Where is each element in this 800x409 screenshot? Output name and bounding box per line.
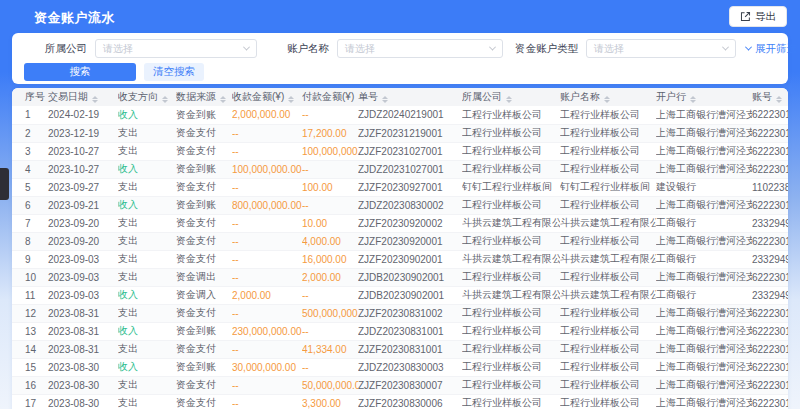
cell-receive: 2,000.00 <box>232 286 302 304</box>
cell-receive: -- <box>232 304 302 322</box>
cell-source: 资金支付 <box>176 394 232 409</box>
cell-bank: 上海工商银行漕河泾支行 <box>656 232 752 250</box>
column-header-receive[interactable]: 收款金额(¥) <box>232 88 302 106</box>
chevron-down-icon <box>489 44 496 51</box>
cell-index: 6 <box>12 196 48 214</box>
column-header-direction[interactable]: 收支方向 <box>118 88 176 106</box>
flow-table-card: 序号交易日期收支方向数据来源收款金额(¥)付款金额(¥)单号所属公司账户名称开户… <box>12 88 788 409</box>
clear-search-button[interactable]: 清空搜索 <box>144 63 204 81</box>
cell-pay: -- <box>302 358 358 376</box>
sort-icon <box>382 96 388 103</box>
side-panel-handle[interactable] <box>0 168 9 200</box>
table-row[interactable]: 62023-09-21收入资金到账800,000,000.00--ZJDZ202… <box>12 196 788 214</box>
cell-bank: 上海工商银行漕河泾支行 <box>656 358 752 376</box>
column-label: 付款金额(¥) <box>302 91 354 102</box>
chevron-down-icon <box>243 44 250 51</box>
column-header-account_no[interactable]: 账号 <box>752 88 788 106</box>
cell-order_no: ZJZF20231027001 <box>358 142 462 160</box>
cell-source: 资金到账 <box>176 322 232 340</box>
cell-pay: -- <box>302 196 358 214</box>
cell-company: 斗拱云建筑工程有限公司 <box>462 214 560 232</box>
cell-source: 资金支付 <box>176 142 232 160</box>
column-header-account_name[interactable]: 账户名称 <box>560 88 656 106</box>
cell-account_name: 斗拱云建筑工程有限公司 <box>560 286 656 304</box>
column-header-bank[interactable]: 开户行 <box>656 88 752 106</box>
table-row[interactable]: 122023-08-31支出资金支付--500,000,000.00ZJZF20… <box>12 304 788 322</box>
cell-direction: 收入 <box>118 322 176 340</box>
cell-date: 2023-09-03 <box>48 250 118 268</box>
cell-order_no: ZJDZ20230830002 <box>358 196 462 214</box>
cell-receive: -- <box>232 178 302 196</box>
table-row[interactable]: 132023-08-31收入资金到账230,000,000.00--ZJDZ20… <box>12 322 788 340</box>
cell-company: 工程行业样板公司 <box>462 394 560 409</box>
column-header-source[interactable]: 数据来源 <box>176 88 232 106</box>
cell-bank: 上海工商银行漕河泾支行 <box>656 196 752 214</box>
filter-select[interactable]: 请选择 <box>586 39 736 58</box>
column-header-pay[interactable]: 付款金额(¥) <box>302 88 358 106</box>
export-icon <box>740 11 751 22</box>
cell-company: 工程行业样板公司 <box>462 124 560 142</box>
table-row[interactable]: 152023-08-30收入资金到账30,000,000.00--ZJDZ202… <box>12 358 788 376</box>
table-row[interactable]: 82023-09-20支出资金支付--4,000.00ZJZF202309200… <box>12 232 788 250</box>
column-header-company[interactable]: 所属公司 <box>462 88 560 106</box>
column-header-order_no[interactable]: 单号 <box>358 88 462 106</box>
column-header-date[interactable]: 交易日期 <box>48 88 118 106</box>
expand-filters-label: 展开筛选 <box>755 42 797 56</box>
cell-pay: -- <box>302 322 358 340</box>
cell-account_no: 62223011 <box>752 358 788 376</box>
sort-icon <box>506 96 512 103</box>
table-row[interactable]: 92023-09-03支出资金支付--16,000.00ZJZF20230902… <box>12 250 788 268</box>
select-placeholder: 请选择 <box>103 42 133 56</box>
cell-index: 14 <box>12 340 48 358</box>
table-row[interactable]: 172023-08-30支出资金支付--3,300.00ZJZF20230830… <box>12 394 788 409</box>
cell-date: 2023-09-27 <box>48 178 118 196</box>
cell-source: 资金支付 <box>176 124 232 142</box>
table-row[interactable]: 32023-10-27支出资金支付--100,000,000.00ZJZF202… <box>12 142 788 160</box>
cell-account_no: 62223011 <box>752 106 788 124</box>
table-row[interactable]: 22023-12-19支出资金支付--17,200.00ZJZF20231219… <box>12 124 788 142</box>
search-button[interactable]: 搜索 <box>24 63 136 81</box>
table-row[interactable]: 52023-09-27支出资金支付--100.00ZJZF20230927001… <box>12 178 788 196</box>
table-row[interactable]: 102023-09-03支出资金调出--2,000.00ZJDB20230902… <box>12 268 788 286</box>
cell-order_no: ZJDB20230902001 <box>358 286 462 304</box>
filter-group-1: 账户名称请选择 <box>287 39 503 58</box>
table-header-row: 序号交易日期收支方向数据来源收款金额(¥)付款金额(¥)单号所属公司账户名称开户… <box>12 88 788 106</box>
cell-account_no: 62223011 <box>752 394 788 409</box>
filter-fields: 所属公司请选择账户名称请选择资金账户类型请选择 <box>24 39 736 58</box>
table-row[interactable]: 142023-08-31支出资金支付--41,334.00ZJZF2023083… <box>12 340 788 358</box>
sort-icon <box>776 96 782 103</box>
table-row[interactable]: 12024-02-19收入资金到账2,000,000.00--ZJDZ20240… <box>12 106 788 124</box>
export-button[interactable]: 导出 <box>729 6 787 27</box>
cell-direction: 收入 <box>118 358 176 376</box>
filter-label: 所属公司 <box>45 42 87 56</box>
filter-label: 资金账户类型 <box>515 42 578 56</box>
select-placeholder: 请选择 <box>345 42 375 56</box>
page-title: 资金账户流水 <box>34 9 115 27</box>
cell-account_name: 工程行业样板公司 <box>560 394 656 409</box>
table-row[interactable]: 162023-08-30支出资金支付--50,000,000.00ZJZF202… <box>12 376 788 394</box>
cell-bank: 上海工商银行漕河泾支行 <box>656 394 752 409</box>
column-label: 收支方向 <box>118 91 158 102</box>
filter-label: 账户名称 <box>287 42 329 56</box>
table-row[interactable]: 42023-10-27收入资金到账100,000,000.00--ZJDZ202… <box>12 160 788 178</box>
cell-account_name: 工程行业样板公司 <box>560 124 656 142</box>
cell-pay: 4,000.00 <box>302 232 358 250</box>
cell-index: 10 <box>12 268 48 286</box>
cell-account_name: 工程行业样板公司 <box>560 376 656 394</box>
filter-select[interactable]: 请选择 <box>337 39 503 58</box>
cell-company: 工程行业样板公司 <box>462 376 560 394</box>
cell-index: 16 <box>12 376 48 394</box>
cell-receive: -- <box>232 394 302 409</box>
filter-select[interactable]: 请选择 <box>95 39 257 58</box>
column-label: 序号 <box>25 91 45 102</box>
cell-receive: 2,000,000.00 <box>232 106 302 124</box>
expand-filters-link[interactable]: 展开筛选 <box>746 42 797 56</box>
cell-account_name: 斗拱云建筑工程有限公司 <box>560 250 656 268</box>
column-label: 数据来源 <box>176 91 216 102</box>
column-label: 交易日期 <box>48 91 88 102</box>
table-row[interactable]: 72023-09-20支出资金支付--10.00ZJZF20230920002斗… <box>12 214 788 232</box>
cell-index: 11 <box>12 286 48 304</box>
cell-company: 工程行业样板公司 <box>462 106 560 124</box>
table-row[interactable]: 112023-09-03收入资金调入2,000.00--ZJDB20230902… <box>12 286 788 304</box>
cell-direction: 支出 <box>118 214 176 232</box>
